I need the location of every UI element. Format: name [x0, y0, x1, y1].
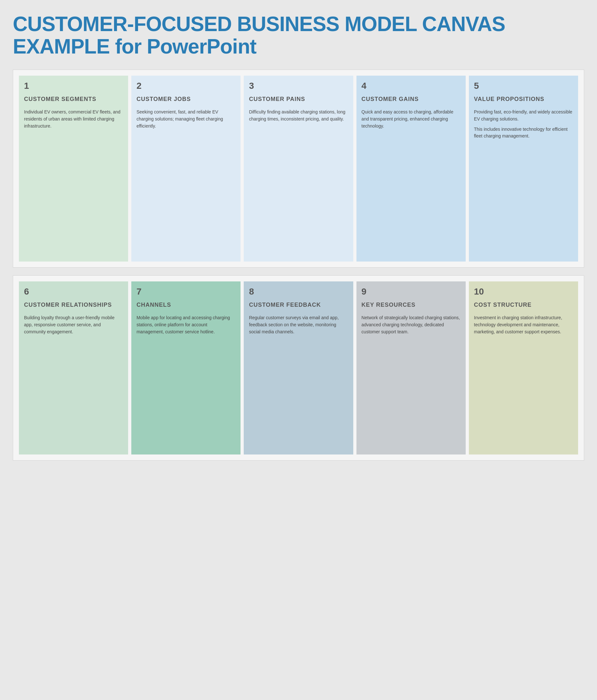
cell-content-2: Seeking convenient, fast, and reliable E… — [136, 109, 235, 129]
cell-content-4: Quick and easy access to charging, affor… — [362, 109, 461, 129]
cell-number-4: 4 — [362, 81, 461, 91]
page-title: CUSTOMER-FOCUSED BUSINESS MODEL CANVAS E… — [13, 13, 584, 58]
bottom-cell-number-5: 10 — [474, 286, 573, 297]
bottom-cell-content-1: Building loyalty through a user-friendly… — [24, 315, 123, 335]
bottom-cell-number-3: 8 — [249, 286, 348, 297]
cell-title-3: CUSTOMER PAINS — [249, 96, 348, 103]
bottom-grid: 6CUSTOMER RELATIONSHIPSBuilding loyalty … — [19, 281, 578, 454]
bottom-cell-4: 9KEY RESOURCESNetwork of strategically l… — [357, 281, 466, 454]
bottom-cell-content-5: Investment in charging station infrastru… — [474, 315, 573, 335]
cell-number-5: 5 — [474, 81, 573, 91]
bottom-cell-title-1: CUSTOMER RELATIONSHIPS — [24, 301, 123, 309]
bottom-cell-content-3: Regular customer surveys via email and a… — [249, 315, 348, 335]
cell-number-1: 1 — [24, 81, 123, 91]
cell-content-3: Difficulty finding available charging st… — [249, 109, 348, 122]
bottom-cell-number-1: 6 — [24, 286, 123, 297]
bottom-cell-content-4: Network of strategically located chargin… — [362, 315, 461, 335]
bottom-cell-title-4: KEY RESOURCES — [362, 301, 461, 309]
cell-title-5: VALUE PROPOSITIONS — [474, 96, 573, 103]
bottom-cell-title-2: CHANNELS — [136, 301, 235, 309]
top-section: 1CUSTOMER SEGMENTSIndividual EV owners, … — [13, 70, 584, 268]
top-grid: 1CUSTOMER SEGMENTSIndividual EV owners, … — [19, 76, 578, 261]
top-cell-5: 5VALUE PROPOSITIONSProviding fast, eco-f… — [469, 76, 578, 261]
cell-title-1: CUSTOMER SEGMENTS — [24, 96, 123, 103]
bottom-cell-title-5: COST STRUCTURE — [474, 301, 573, 309]
bottom-section: 6CUSTOMER RELATIONSHIPSBuilding loyalty … — [13, 275, 584, 460]
cell-number-3: 3 — [249, 81, 348, 91]
bottom-cell-number-2: 7 — [136, 286, 235, 297]
top-cell-1: 1CUSTOMER SEGMENTSIndividual EV owners, … — [19, 76, 128, 261]
bottom-cell-5: 10COST STRUCTUREInvestment in charging s… — [469, 281, 578, 454]
cell-title-2: CUSTOMER JOBS — [136, 96, 235, 103]
bottom-cell-number-4: 9 — [362, 286, 461, 297]
top-cell-2: 2CUSTOMER JOBSSeeking convenient, fast, … — [131, 76, 240, 261]
bottom-cell-3: 8CUSTOMER FEEDBACKRegular customer surve… — [244, 281, 353, 454]
bottom-cell-title-3: CUSTOMER FEEDBACK — [249, 301, 348, 309]
cell-title-4: CUSTOMER GAINS — [362, 96, 461, 103]
bottom-cell-1: 6CUSTOMER RELATIONSHIPSBuilding loyalty … — [19, 281, 128, 454]
top-cell-3: 3CUSTOMER PAINSDifficulty finding availa… — [244, 76, 353, 261]
bottom-cell-2: 7CHANNELSMobile app for locating and acc… — [131, 281, 240, 454]
cell-content-1: Individual EV owners, commercial EV flee… — [24, 109, 123, 129]
top-cell-4: 4CUSTOMER GAINSQuick and easy access to … — [357, 76, 466, 261]
bottom-cell-content-2: Mobile app for locating and accessing ch… — [136, 315, 235, 335]
cell-content-5: Providing fast, eco-friendly, and widely… — [474, 109, 573, 140]
cell-number-2: 2 — [136, 81, 235, 91]
